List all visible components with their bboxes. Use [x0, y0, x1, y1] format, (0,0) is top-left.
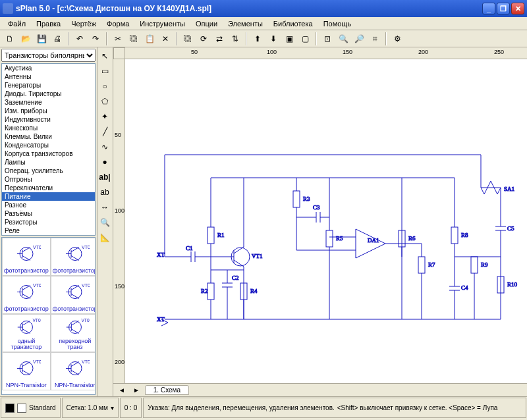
- component-item[interactable]: Антенны: [2, 72, 95, 81]
- measure-icon[interactable]: 📐: [97, 230, 112, 245]
- undo-icon[interactable]: ↶: [72, 32, 87, 46]
- ungroup-icon[interactable]: ▢: [298, 32, 312, 46]
- dim-icon[interactable]: ↔: [97, 200, 112, 215]
- svg-text:R9: R9: [481, 261, 488, 268]
- new-icon[interactable]: 🗋: [3, 32, 17, 46]
- zoom-fit-icon[interactable]: ⊡: [320, 32, 335, 46]
- schematic-canvas[interactable]: XT C1 R1: [125, 59, 527, 383]
- open-icon[interactable]: 📂: [18, 32, 33, 46]
- component-preview[interactable]: VT0фототранзистор: [51, 238, 96, 276]
- menu-elements[interactable]: Элементы: [223, 18, 268, 29]
- component-item[interactable]: Оптроны: [2, 175, 95, 184]
- duplicate-icon[interactable]: ⿻: [180, 32, 195, 46]
- svg-text:R6: R6: [408, 235, 416, 242]
- magnify-icon[interactable]: 🔍: [97, 215, 112, 230]
- menu-help[interactable]: Помощь: [318, 18, 357, 29]
- maximize-button[interactable]: ❐: [497, 3, 510, 14]
- component-preview[interactable]: VT0фототранзистор: [2, 238, 51, 276]
- component-item[interactable]: Клеммы. Вилки: [2, 132, 95, 141]
- close-button[interactable]: ✕: [511, 3, 524, 14]
- component-preview-grid: VT0фототранзисторVT0фототранзисторVT0фот…: [1, 237, 96, 395]
- menu-file[interactable]: Файл: [3, 18, 31, 29]
- sidebar: Транзисторы биполярные АкустикаАнтенныГе…: [0, 47, 97, 396]
- line-icon[interactable]: ╱: [97, 124, 112, 139]
- copy-icon[interactable]: ⿻: [126, 32, 141, 46]
- component-item[interactable]: Реле: [2, 226, 95, 235]
- component-item[interactable]: Акустика: [2, 64, 95, 72]
- options-icon[interactable]: ⚙: [390, 32, 404, 46]
- text-icon[interactable]: ab: [97, 185, 112, 199]
- pointer-icon[interactable]: ↖: [97, 49, 112, 63]
- component-item[interactable]: Заземление: [2, 98, 95, 107]
- bezier-icon[interactable]: ∿: [97, 140, 112, 154]
- component-item[interactable]: Конденсаторы: [2, 141, 95, 149]
- component-preview[interactable]: VT0NPN-Transistor: [2, 352, 51, 390]
- front-icon[interactable]: ⬆: [250, 32, 265, 46]
- component-item[interactable]: Разное: [2, 201, 95, 209]
- specialform-icon[interactable]: ✦: [97, 109, 112, 124]
- polygon-icon[interactable]: ⬠: [97, 94, 112, 109]
- circle-icon[interactable]: ○: [97, 79, 112, 93]
- color-black-icon[interactable]: [5, 404, 14, 413]
- status-coord: 0 : 0: [120, 398, 142, 418]
- menu-form[interactable]: Форма: [101, 18, 134, 29]
- rotate-icon[interactable]: ⟳: [196, 32, 211, 46]
- svg-text:VT0: VT0: [32, 318, 40, 323]
- svg-text:DA1: DA1: [368, 237, 379, 244]
- component-item[interactable]: Резисторы: [2, 218, 95, 226]
- mirror-v-icon[interactable]: ⇅: [228, 32, 242, 46]
- mirror-h-icon[interactable]: ⇄: [212, 32, 227, 46]
- component-preview[interactable]: VT0переходной транз: [51, 314, 96, 352]
- color-white-icon[interactable]: [17, 404, 26, 413]
- component-item[interactable]: Сигн. устройства: [2, 235, 95, 236]
- component-item[interactable]: Кинескопы: [2, 124, 95, 132]
- redo-icon[interactable]: ↷: [88, 32, 103, 46]
- component-item[interactable]: Корпуса транзисторов: [2, 149, 95, 158]
- component-item[interactable]: Разъёмы: [2, 209, 95, 218]
- component-item[interactable]: Генераторы: [2, 81, 95, 90]
- group-icon[interactable]: ▣: [282, 32, 296, 46]
- paste-icon[interactable]: 📋: [142, 32, 157, 46]
- menu-tools[interactable]: Инструменты: [134, 18, 190, 29]
- tab-next-icon[interactable]: ►: [130, 386, 142, 394]
- print-icon[interactable]: 🖨: [50, 32, 65, 46]
- rect-icon[interactable]: ▭: [97, 64, 112, 78]
- zoom-out-icon[interactable]: 🔎: [352, 32, 366, 46]
- component-list[interactable]: АкустикаАнтенныГенераторыДиоды. Тиристор…: [1, 63, 96, 236]
- sheet-tab-1[interactable]: 1. Схема: [145, 385, 189, 395]
- menu-edit[interactable]: Правка: [31, 18, 66, 29]
- component-preview[interactable]: VT0фототранзистор: [2, 276, 51, 314]
- svg-text:C5: C5: [507, 225, 514, 232]
- junction-icon[interactable]: ●: [97, 155, 112, 169]
- component-preview[interactable]: VT0одный транзистор: [2, 314, 51, 352]
- component-item[interactable]: Переключатели: [2, 184, 95, 192]
- zoom-in-icon[interactable]: 🔍: [336, 32, 350, 46]
- text-bold-icon[interactable]: ab|: [97, 170, 112, 184]
- component-item[interactable]: Индуктивности: [2, 115, 95, 124]
- component-preview[interactable]: VT0NPN-Transistor: [51, 352, 96, 390]
- menu-options[interactable]: Опции: [190, 18, 223, 29]
- component-item[interactable]: Лампы: [2, 158, 95, 167]
- component-item[interactable]: Питание: [2, 192, 95, 201]
- titlebar: sPlan 5.0 - [c:\Схема Дистошн на ОУ К140…: [0, 0, 527, 17]
- component-item[interactable]: Диоды. Тиристоры: [2, 90, 95, 98]
- minimize-button[interactable]: _: [482, 3, 495, 14]
- component-category-select[interactable]: Транзисторы биполярные: [1, 49, 96, 62]
- component-preview[interactable]: VT0фототранзистор: [51, 276, 96, 314]
- component-item[interactable]: Изм. приборы: [2, 107, 95, 115]
- menu-library[interactable]: Библиотека: [268, 18, 318, 29]
- component-item[interactable]: Операц. усилитель: [2, 167, 95, 175]
- cut-icon[interactable]: ✂: [111, 32, 125, 46]
- tab-prev-icon[interactable]: ◄: [116, 386, 128, 394]
- save-icon[interactable]: 💾: [34, 32, 49, 46]
- back-icon[interactable]: ⬇: [266, 32, 281, 46]
- svg-text:XT: XT: [157, 251, 165, 258]
- svg-text:VT0: VT0: [33, 245, 41, 249]
- svg-text:R5: R5: [336, 235, 343, 242]
- canvas-area: 50 100 150 200 250 50 100 150 200: [113, 47, 527, 396]
- svg-marker-85: [356, 229, 385, 258]
- zoom-win-icon[interactable]: ⌗: [368, 32, 382, 46]
- delete-icon[interactable]: ✕: [158, 32, 173, 46]
- svg-text:VT0: VT0: [82, 359, 90, 364]
- menu-drawing[interactable]: Чертёж: [66, 18, 101, 29]
